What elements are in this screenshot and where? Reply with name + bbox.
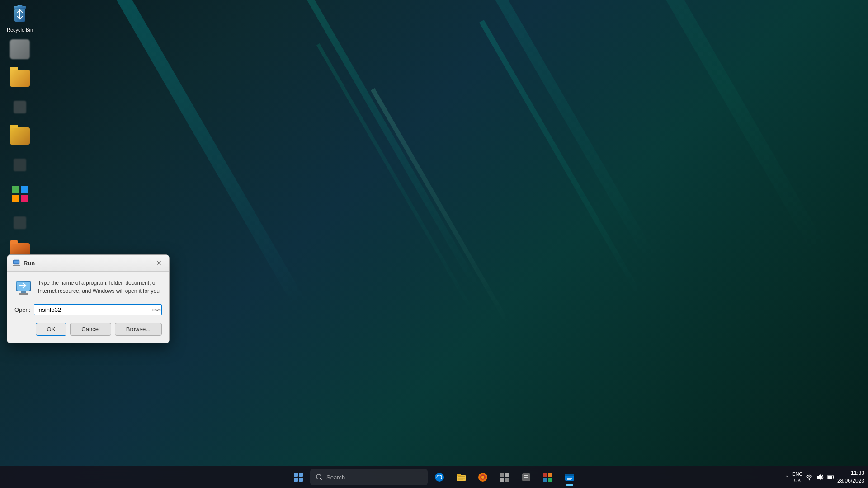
svg-rect-5 bbox=[12, 195, 19, 202]
icon-2-image bbox=[9, 38, 31, 60]
language-code: ENG bbox=[792, 471, 803, 477]
clock-date: 28/06/2023 bbox=[837, 477, 864, 485]
svg-rect-31 bbox=[500, 478, 504, 482]
svg-rect-37 bbox=[543, 473, 547, 477]
desktop-icon-3[interactable] bbox=[2, 66, 38, 93]
svg-point-28 bbox=[481, 476, 484, 479]
desktop-icon-5[interactable] bbox=[2, 123, 38, 150]
svg-rect-8 bbox=[14, 261, 19, 263]
svg-point-45 bbox=[809, 479, 810, 480]
taskbar-colorful-app[interactable] bbox=[538, 467, 558, 487]
search-bar[interactable]: Search bbox=[310, 469, 428, 485]
run-open-row: Open: bbox=[14, 304, 162, 315]
icon-3-image bbox=[9, 67, 31, 89]
icon-8-image bbox=[9, 212, 31, 234]
run-cancel-button[interactable]: Cancel bbox=[70, 323, 111, 336]
taskbar-firefox-app[interactable] bbox=[473, 467, 493, 487]
desktop-icons: Recycle Bin bbox=[0, 0, 40, 297]
svg-rect-6 bbox=[21, 195, 28, 202]
decoration bbox=[371, 88, 510, 325]
icon-7-image bbox=[9, 183, 31, 205]
language-region: UK bbox=[792, 477, 803, 483]
decoration bbox=[443, 0, 656, 262]
desktop: Recycle Bin bbox=[0, 0, 868, 488]
svg-rect-3 bbox=[12, 186, 19, 193]
run-dialog-run-icon bbox=[14, 279, 33, 297]
run-dialog: Run ✕ bbox=[7, 254, 170, 343]
desktop-icon-6[interactable] bbox=[2, 152, 38, 179]
svg-rect-23 bbox=[458, 476, 465, 477]
language-indicator[interactable]: ENG UK bbox=[792, 471, 803, 484]
taskbar-edge-app[interactable] bbox=[429, 467, 449, 487]
recycle-bin-image bbox=[9, 4, 31, 25]
wifi-icon[interactable] bbox=[805, 473, 814, 482]
svg-rect-22 bbox=[457, 474, 461, 476]
run-open-label: Open: bbox=[14, 306, 30, 313]
system-clock[interactable]: 11:33 28/06/2023 bbox=[837, 469, 864, 485]
svg-rect-40 bbox=[548, 478, 552, 482]
taskbar: Search bbox=[0, 466, 868, 488]
svg-rect-48 bbox=[833, 476, 834, 478]
recycle-bin-icon[interactable]: Recycle Bin bbox=[2, 2, 38, 35]
svg-rect-15 bbox=[299, 473, 303, 477]
icon-5-image bbox=[9, 125, 31, 147]
svg-rect-1 bbox=[17, 5, 23, 7]
run-input-container bbox=[34, 304, 162, 315]
run-dialog-titlebar: Run ✕ bbox=[7, 255, 169, 272]
taskbar-right: ⌃ ENG UK bbox=[783, 469, 864, 485]
svg-rect-14 bbox=[294, 473, 298, 477]
run-dialog-icon-small bbox=[13, 259, 20, 267]
volume-icon[interactable] bbox=[816, 473, 825, 482]
desktop-icon-7[interactable] bbox=[2, 181, 38, 208]
icon-4-image bbox=[9, 96, 31, 118]
decoration bbox=[479, 20, 642, 296]
svg-point-20 bbox=[435, 473, 444, 482]
run-dialog-title: Run bbox=[13, 259, 35, 267]
run-input-field[interactable] bbox=[34, 305, 152, 315]
svg-rect-17 bbox=[299, 478, 303, 482]
clock-time: 11:33 bbox=[837, 469, 864, 477]
svg-rect-32 bbox=[505, 478, 509, 482]
run-dialog-buttons: OK Cancel Browse... bbox=[14, 323, 162, 336]
svg-marker-46 bbox=[817, 474, 821, 480]
svg-rect-4 bbox=[21, 186, 28, 193]
desktop-icon-2[interactable] bbox=[2, 37, 38, 64]
run-dialog-description: Type the name of a program, folder, docu… bbox=[38, 279, 162, 295]
icon-6-image bbox=[9, 154, 31, 176]
taskbar-active-app[interactable] bbox=[560, 467, 580, 487]
search-icon bbox=[316, 474, 323, 481]
svg-rect-12 bbox=[21, 291, 26, 293]
taskbar-gray-app2[interactable] bbox=[516, 467, 536, 487]
decoration bbox=[294, 0, 481, 291]
svg-rect-29 bbox=[500, 473, 504, 477]
start-button[interactable] bbox=[288, 467, 308, 487]
svg-rect-39 bbox=[543, 478, 547, 482]
svg-rect-25 bbox=[458, 479, 463, 480]
show-hidden-icons-button[interactable]: ⌃ bbox=[783, 473, 790, 482]
taskbar-center: Search bbox=[288, 467, 580, 487]
run-dialog-header: Type the name of a program, folder, docu… bbox=[14, 279, 162, 297]
desktop-icon-8[interactable] bbox=[2, 210, 38, 237]
run-dropdown-button[interactable] bbox=[152, 309, 161, 311]
run-ok-button[interactable]: OK bbox=[36, 323, 67, 336]
run-dialog-body: Type the name of a program, folder, docu… bbox=[7, 272, 169, 343]
svg-rect-42 bbox=[565, 474, 574, 476]
svg-line-19 bbox=[321, 479, 322, 480]
svg-rect-9 bbox=[13, 265, 20, 266]
taskbar-file-explorer-app[interactable] bbox=[451, 467, 471, 487]
svg-rect-38 bbox=[548, 473, 552, 477]
decoration bbox=[316, 43, 478, 319]
svg-rect-30 bbox=[505, 473, 509, 477]
search-label: Search bbox=[326, 474, 345, 481]
taskbar-gray-app[interactable] bbox=[495, 467, 514, 487]
svg-rect-13 bbox=[19, 293, 28, 295]
svg-rect-16 bbox=[294, 478, 298, 482]
svg-rect-24 bbox=[458, 478, 465, 479]
recycle-bin-label: Recycle Bin bbox=[7, 27, 33, 33]
run-browse-button[interactable]: Browse... bbox=[115, 323, 162, 336]
run-close-button[interactable]: ✕ bbox=[155, 258, 164, 267]
svg-rect-49 bbox=[828, 476, 832, 479]
desktop-icon-4[interactable] bbox=[2, 94, 38, 122]
battery-icon[interactable] bbox=[826, 473, 835, 482]
